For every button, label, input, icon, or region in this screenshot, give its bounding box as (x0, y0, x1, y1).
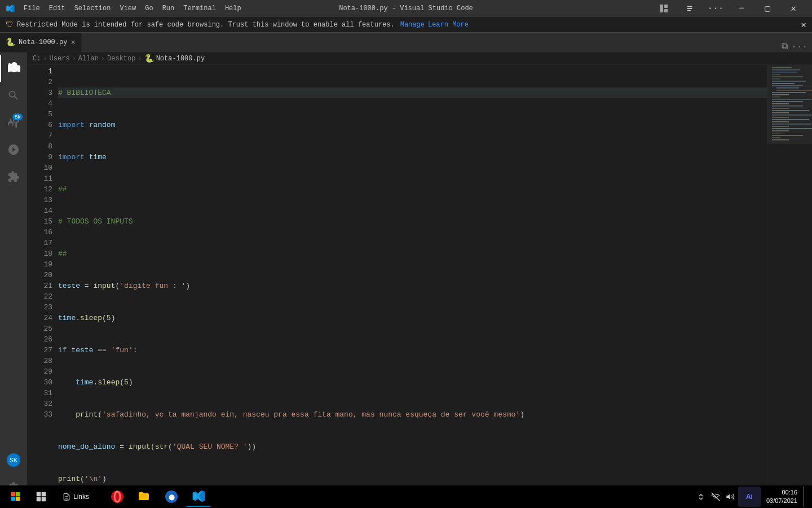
code-line-13: print('\n') (58, 474, 767, 484)
breadcrumb-desktop[interactable]: Desktop (107, 55, 135, 63)
tab-bar: 🐍 Nota-1000.py ✕ ⧉ ··· (0, 33, 812, 52)
breadcrumb-c[interactable]: C: (33, 55, 41, 63)
minimap (767, 65, 812, 503)
titlebar-left: File Edit Selection View Go Run Terminal… (6, 0, 246, 17)
tab-filename: Nota-1000.py (19, 38, 67, 46)
maximize-button[interactable]: ▢ (754, 0, 780, 17)
more-actions-button[interactable]: ··· (703, 0, 729, 17)
svg-rect-37 (11, 492, 15, 496)
close-banner-button[interactable]: ✕ (801, 19, 806, 30)
activity-run-debug[interactable] (0, 136, 27, 163)
volume-tray-icon[interactable] (723, 487, 737, 507)
code-line-4: ## (58, 184, 767, 195)
windows-icon (11, 492, 20, 501)
breadcrumb-file-icon: 🐍 (144, 54, 154, 63)
opera-icon (111, 490, 124, 503)
source-control-badge: 5k (12, 113, 23, 120)
svg-rect-2 (664, 9, 668, 12)
code-content[interactable]: # BIBLIOTECA import random import time #… (58, 65, 767, 503)
menu-bar: File Edit Selection View Go Run Terminal… (19, 0, 246, 17)
user-avatar: SK (7, 453, 20, 467)
line-numbers: 1 2 3 4 5 6 7 8 9 10 11 12 13 14 15 16 1… (27, 65, 58, 503)
code-line-7: teste = input('digite fun : ') (58, 281, 767, 291)
close-tab-button[interactable]: ✕ (70, 37, 75, 47)
window-controls: ··· ─ ▢ ✕ (651, 0, 806, 17)
editor-area: C: › Users › Allan › Desktop › 🐍 Nota-10… (27, 52, 812, 503)
activity-extensions[interactable] (0, 163, 27, 190)
svg-rect-43 (37, 497, 41, 502)
code-line-5: # TODOS OS INPUTS (58, 216, 767, 227)
app1-icon: ⬤ (165, 490, 178, 503)
main-layout: 5k SK C: › User (0, 52, 812, 503)
breadcrumb-users[interactable]: Users (50, 55, 70, 63)
svg-rect-41 (37, 492, 41, 497)
activity-explorer[interactable] (0, 55, 27, 82)
svg-rect-36 (767, 65, 812, 144)
restricted-mode-banner: 🛡 Restricted Mode is intended for safe c… (0, 17, 812, 33)
menu-go[interactable]: Go (140, 0, 157, 17)
minimize-button[interactable]: ─ (729, 0, 754, 17)
show-desktop-button[interactable] (803, 487, 807, 507)
split-editor-button[interactable]: ⧉ (782, 41, 788, 52)
tab-actions: ⧉ ··· (777, 41, 812, 52)
svg-rect-1 (664, 5, 668, 8)
links-button[interactable]: Links (53, 487, 98, 507)
activity-accounts[interactable]: SK (0, 446, 27, 474)
code-line-10: time.sleep(5) (58, 377, 767, 388)
breadcrumb-allan[interactable]: Allan (78, 55, 99, 63)
svg-rect-40 (16, 497, 20, 501)
links-icon (62, 492, 71, 501)
clock[interactable]: 00:16 03/07/2021 (762, 488, 802, 506)
tab-nota1000[interactable]: 🐍 Nota-1000.py ✕ (0, 32, 82, 52)
more-tabs-button[interactable]: ··· (791, 42, 807, 52)
minimap-svg (767, 65, 812, 460)
start-button[interactable] (2, 487, 29, 507)
manage-link[interactable]: Manage (400, 21, 425, 29)
code-line-8: time.sleep(5) (58, 313, 767, 323)
network-icon (711, 492, 720, 501)
ai-label: Ai (746, 493, 753, 501)
code-line-11: print('safadinho, vc ta manjando ein, na… (58, 409, 767, 420)
network-tray-icon[interactable] (709, 487, 722, 507)
activity-search[interactable] (0, 82, 27, 109)
vscode-icon (6, 4, 15, 13)
taskbar-tray: Ai 00:16 03/07/2021 (692, 487, 810, 507)
menu-edit[interactable]: Edit (45, 0, 70, 17)
python-file-icon: 🐍 (6, 37, 15, 47)
svg-text:⬤: ⬤ (169, 494, 175, 501)
breadcrumb: C: › Users › Allan › Desktop › 🐍 Nota-10… (27, 52, 812, 65)
volume-icon (726, 492, 735, 501)
menu-view[interactable]: View (115, 0, 140, 17)
tray-expand-icon (698, 494, 704, 500)
code-line-2: import random (58, 120, 767, 130)
close-button[interactable]: ✕ (780, 0, 806, 17)
taskbar-app1-button[interactable]: ⬤ (159, 487, 184, 507)
notifications-button[interactable] (677, 0, 703, 17)
svg-rect-0 (660, 5, 663, 12)
svg-rect-44 (42, 497, 46, 502)
code-line-9: if teste == 'fun': (58, 345, 767, 356)
menu-terminal[interactable]: Terminal (179, 0, 220, 17)
learn-more-link[interactable]: Learn More (428, 21, 469, 29)
svg-rect-42 (42, 492, 46, 497)
menu-help[interactable]: Help (220, 0, 246, 17)
links-label: Links (73, 493, 89, 501)
menu-file[interactable]: File (19, 0, 45, 17)
svg-marker-49 (726, 494, 730, 499)
task-view-icon (36, 492, 46, 502)
task-view-button[interactable] (32, 487, 51, 507)
ai-assistant-icon[interactable]: Ai (738, 487, 761, 507)
svg-rect-38 (16, 492, 20, 496)
file-explorer-button[interactable] (132, 487, 157, 507)
vscode-taskbar-button[interactable] (186, 487, 211, 507)
opera-button[interactable] (105, 487, 130, 507)
menu-selection[interactable]: Selection (70, 0, 116, 17)
breadcrumb-filename[interactable]: Nota-1000.py (156, 55, 205, 63)
window-title: Nota-1000.py - Visual Studio Code (339, 5, 473, 12)
code-line-1: # BIBLIOTECA (58, 87, 767, 98)
activity-source-control[interactable]: 5k (0, 109, 27, 136)
customize-layout-button[interactable] (651, 0, 677, 17)
tray-chevron[interactable] (694, 487, 708, 507)
titlebar: File Edit Selection View Go Run Terminal… (0, 0, 812, 17)
menu-run[interactable]: Run (158, 0, 179, 17)
